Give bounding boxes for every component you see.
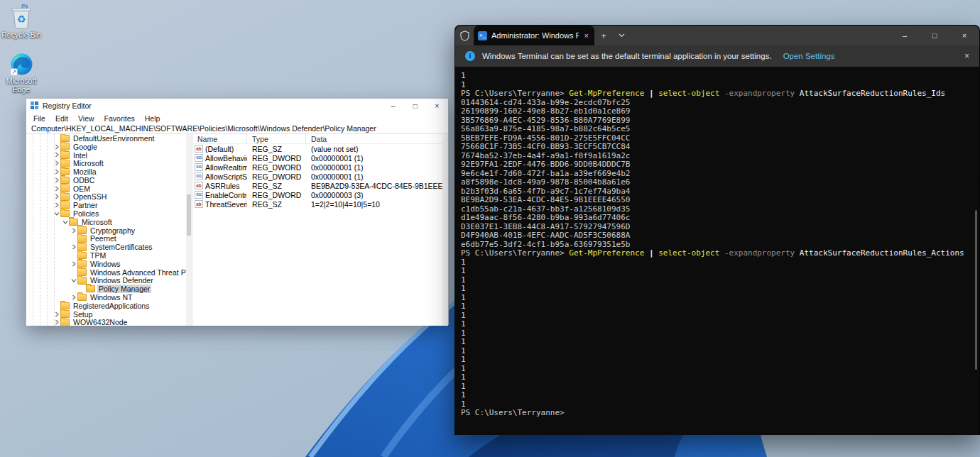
close-button[interactable]: ×	[426, 99, 448, 113]
desktop-icon-recycle-bin[interactable]: ♻ Recycle Bin	[1, 3, 41, 39]
tree-chevron-icon[interactable]	[53, 202, 60, 209]
menu-item[interactable]: Favorites	[99, 114, 140, 123]
tree-chevron-icon[interactable]	[53, 177, 60, 183]
registry-tree-item[interactable]: ODBC	[26, 176, 186, 185]
tree-scrollbar[interactable]	[186, 134, 192, 326]
maximize-button[interactable]: □	[404, 99, 426, 113]
powershell-icon: >_	[478, 31, 487, 40]
registry-tree-item[interactable]: Windows Defender	[26, 277, 186, 285]
registry-tree-item[interactable]: Setup	[26, 310, 186, 319]
tree-chevron-icon[interactable]	[53, 169, 60, 175]
tree-chevron-icon[interactable]	[70, 260, 77, 267]
registry-tree-item[interactable]: Cryptography	[26, 226, 186, 235]
terminal-text-segment: 3B576869-A4EC-4529-8536-B80A7769E899	[461, 116, 630, 125]
terminal-output-area[interactable]: 1 1 PS C:\Users\Terryanne> Get-MpPrefere…	[455, 67, 979, 435]
tree-chevron-icon[interactable]	[53, 185, 60, 192]
tree-chevron-icon[interactable]	[53, 160, 60, 167]
minimize-button[interactable]: –	[890, 26, 920, 45]
menu-item[interactable]: Edit	[50, 114, 73, 123]
value-name: AllowBehaviorM...	[205, 154, 247, 163]
registry-tree-pane: DefaultUserEnvironment Google Intel Micr…	[26, 134, 186, 326]
reg-type-icon: 011	[195, 163, 203, 171]
tree-chevron-icon[interactable]	[62, 219, 68, 225]
tree-item-label: Peernet	[89, 234, 118, 243]
tree-chevron-icon[interactable]	[53, 319, 60, 326]
registry-tree-item[interactable]: Mozilla	[26, 167, 186, 176]
registry-tree-item[interactable]: WOW6432Node	[26, 319, 186, 326]
tab-dropdown-icon[interactable]	[613, 26, 630, 45]
terminal-scrollbar-thumb[interactable]	[975, 210, 977, 370]
column-header-type[interactable]: Type	[247, 134, 306, 143]
menu-item[interactable]: View	[73, 114, 99, 123]
registry-tree-item[interactable]: Policies	[26, 209, 186, 218]
values-scrollbar[interactable]	[442, 134, 448, 326]
value-name: ThreatSeverityDe...	[205, 200, 247, 209]
registry-value-row[interactable]: 011AllowRealtimeM... REG_DWORD 0x0000000…	[192, 163, 442, 172]
menu-item[interactable]: File	[28, 114, 50, 123]
registry-tree-item[interactable]: Google	[26, 143, 186, 151]
registry-tree-item[interactable]: Windows Advanced Threat Protection	[26, 268, 186, 277]
registry-value-row[interactable]: 011AllowScriptScan... REG_DWORD 0x000000…	[192, 172, 442, 181]
registry-tree-item[interactable]: OpenSSH	[26, 193, 186, 202]
tree-chevron-icon[interactable]	[70, 244, 77, 250]
registry-tree-item[interactable]: DefaultUserEnvironment	[26, 134, 186, 143]
tree-item-label: Policies	[72, 209, 100, 218]
close-button[interactable]: ×	[949, 26, 979, 45]
value-type: REG_DWORD	[247, 191, 306, 199]
regedit-titlebar[interactable]: Registry Editor – □ ×	[26, 99, 448, 113]
tree-chevron-icon[interactable]	[53, 311, 60, 317]
terminal-text-segment: 1	[461, 390, 466, 400]
tree-item-label: Windows NT	[89, 293, 134, 302]
tab-close-icon[interactable]: ×	[583, 31, 590, 40]
terminal-text-segment: AttackSurfaceReductionRules_Ids	[800, 89, 945, 98]
registry-tree-item[interactable]: Intel	[26, 151, 186, 160]
terminal-tabbar[interactable]: >_ Administrator: Windows Pow × + – □ ×	[455, 26, 979, 45]
tree-chevron-icon[interactable]	[53, 152, 60, 158]
terminal-text-segment: |	[649, 89, 654, 98]
menu-item[interactable]: Help	[140, 114, 165, 123]
registry-value-row[interactable]: 011AllowBehaviorM... REG_DWORD 0x0000000…	[192, 153, 442, 163]
registry-tree-item[interactable]: Microsoft	[26, 218, 186, 226]
tree-chevron-icon[interactable]	[53, 194, 60, 200]
tree-chevron-icon[interactable]	[70, 227, 77, 233]
registry-tree-item[interactable]: TPM	[26, 251, 186, 260]
terminal-text-segment: 1	[461, 373, 466, 382]
tree-chevron-icon[interactable]	[53, 143, 60, 150]
registry-tree-item[interactable]: Windows	[26, 260, 186, 268]
registry-tree-item[interactable]: OEM	[26, 185, 186, 193]
regedit-address-bar[interactable]: Computer\HKEY_LOCAL_MACHINE\SOFTWARE\Pol…	[26, 123, 448, 134]
registry-value-row[interactable]: abThreatSeverityDe... REG_SZ 1=2|2=10|4=…	[192, 199, 442, 209]
new-tab-button[interactable]: +	[594, 26, 613, 45]
terminal-text-segment: 7674ba52-37eb-4a4f-a9a1-f0f9a1619a2c	[461, 151, 630, 160]
terminal-text-segment	[719, 248, 724, 258]
registry-tree-item[interactable]: Policy Manager	[26, 285, 186, 293]
registry-tree-item[interactable]: SystemCertificates	[26, 243, 186, 251]
registry-tree-item[interactable]: Peernet	[26, 235, 186, 243]
values-header-row[interactable]: Name Type Data	[192, 134, 442, 144]
registry-value-row[interactable]: 011EnableControlle... REG_DWORD 0x000000…	[192, 190, 442, 199]
terminal-text-segment: -expandproperty	[724, 89, 795, 98]
tree-item-label: Partner	[72, 201, 99, 209]
maximize-button[interactable]: □	[920, 26, 949, 45]
registry-tree-item[interactable]: RegisteredApplications	[26, 302, 186, 310]
registry-tree-item[interactable]: Microsoft	[26, 159, 186, 167]
registry-tree-item[interactable]: Partner	[26, 201, 186, 209]
tree-chevron-icon[interactable]	[70, 277, 77, 284]
tree-item-label: OpenSSH	[72, 192, 108, 201]
banner-close-icon[interactable]: ×	[964, 51, 969, 61]
tree-scrollbar-thumb[interactable]	[187, 194, 191, 236]
minimize-button[interactable]: –	[382, 99, 404, 113]
tree-chevron-icon[interactable]	[53, 211, 60, 217]
tree-chevron-icon[interactable]	[70, 294, 77, 301]
titlebar-drag-area[interactable]	[630, 26, 890, 45]
tree-item-label: RegisteredApplications	[72, 302, 151, 310]
column-header-data[interactable]: Data	[306, 134, 442, 143]
banner-text: Windows Terminal can be set as the defau…	[482, 52, 772, 60]
registry-value-row[interactable]: ab(Default) REG_SZ (value not set)	[192, 144, 442, 153]
terminal-tab-powershell[interactable]: >_ Administrator: Windows Pow ×	[474, 26, 594, 45]
desktop-icon-microsoft-edge[interactable]: ↗ Microsoft Edge	[1, 53, 41, 94]
column-header-name[interactable]: Name	[192, 134, 247, 143]
open-settings-link[interactable]: Open Settings	[783, 52, 835, 60]
registry-tree-item[interactable]: Windows NT	[26, 293, 186, 302]
registry-value-row[interactable]: abASRRules REG_SZ BE9BA2D9-53EA-4CDC-84E…	[192, 181, 442, 190]
